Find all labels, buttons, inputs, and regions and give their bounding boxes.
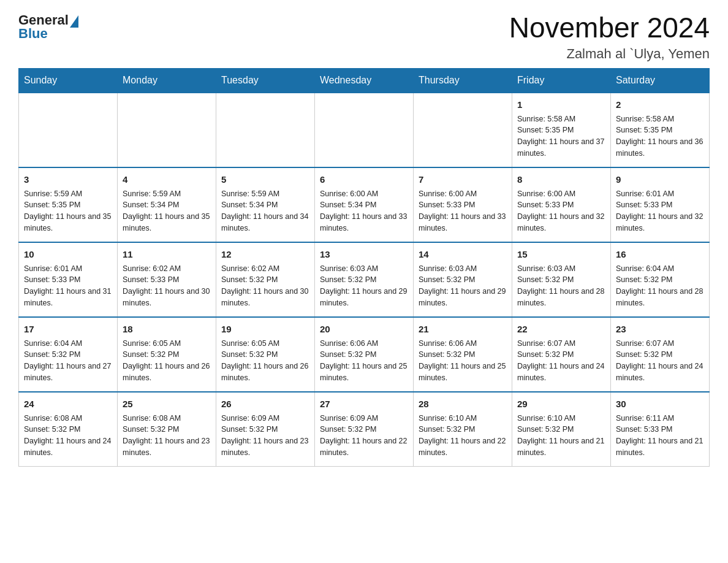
day-info: Sunrise: 6:05 AMSunset: 5:32 PMDaylight:… — [221, 338, 309, 384]
day-number: 28 — [419, 397, 507, 410]
day-info: Sunrise: 6:01 AMSunset: 5:33 PMDaylight:… — [616, 188, 704, 234]
page-header: General Blue November 2024 Zalmah al `Ul… — [18, 12, 710, 62]
day-cell: 14Sunrise: 6:03 AMSunset: 5:32 PMDayligh… — [414, 242, 512, 317]
calendar-header-row: SundayMondayTuesdayWednesdayThursdayFrid… — [19, 68, 710, 93]
day-number: 19 — [221, 323, 309, 335]
day-cell: 1Sunrise: 5:58 AMSunset: 5:35 PMDaylight… — [512, 93, 611, 167]
day-info: Sunrise: 6:04 AMSunset: 5:32 PMDaylight:… — [24, 338, 112, 384]
col-header-friday: Friday — [512, 68, 611, 93]
location-title: Zalmah al `Ulya, Yemen — [509, 46, 710, 62]
day-number: 21 — [419, 323, 507, 335]
day-number: 13 — [320, 248, 408, 261]
day-info: Sunrise: 6:08 AMSunset: 5:32 PMDaylight:… — [123, 413, 211, 459]
day-cell: 4Sunrise: 5:59 AMSunset: 5:34 PMDaylight… — [118, 167, 216, 242]
day-number: 7 — [419, 173, 507, 186]
day-number: 4 — [123, 173, 211, 186]
day-number: 2 — [616, 98, 704, 111]
day-cell: 28Sunrise: 6:10 AMSunset: 5:32 PMDayligh… — [414, 392, 512, 467]
week-row-4: 17Sunrise: 6:04 AMSunset: 5:32 PMDayligh… — [19, 317, 710, 392]
day-number: 1 — [517, 98, 605, 111]
col-header-thursday: Thursday — [414, 68, 512, 93]
day-info: Sunrise: 6:05 AMSunset: 5:32 PMDaylight:… — [123, 338, 211, 384]
day-info: Sunrise: 6:07 AMSunset: 5:32 PMDaylight:… — [517, 338, 605, 384]
day-info: Sunrise: 5:58 AMSunset: 5:35 PMDaylight:… — [517, 113, 605, 159]
day-cell: 11Sunrise: 6:02 AMSunset: 5:33 PMDayligh… — [118, 242, 216, 317]
day-cell: 5Sunrise: 5:59 AMSunset: 5:34 PMDaylight… — [216, 167, 315, 242]
day-cell: 30Sunrise: 6:11 AMSunset: 5:33 PMDayligh… — [611, 392, 710, 467]
day-cell: 21Sunrise: 6:06 AMSunset: 5:32 PMDayligh… — [414, 317, 512, 392]
day-number: 9 — [616, 173, 704, 186]
day-cell: 3Sunrise: 5:59 AMSunset: 5:35 PMDaylight… — [19, 167, 118, 242]
day-cell: 15Sunrise: 6:03 AMSunset: 5:32 PMDayligh… — [512, 242, 611, 317]
logo: General Blue — [18, 12, 78, 42]
day-number: 20 — [320, 323, 408, 335]
day-info: Sunrise: 6:03 AMSunset: 5:32 PMDaylight:… — [517, 263, 605, 309]
day-number: 30 — [616, 397, 704, 410]
calendar-table: SundayMondayTuesdayWednesdayThursdayFrid… — [18, 68, 710, 467]
day-number: 15 — [517, 248, 605, 261]
day-number: 5 — [221, 173, 309, 186]
day-number: 17 — [24, 323, 112, 335]
day-number: 23 — [616, 323, 704, 335]
day-cell: 22Sunrise: 6:07 AMSunset: 5:32 PMDayligh… — [512, 317, 611, 392]
day-info: Sunrise: 5:59 AMSunset: 5:35 PMDaylight:… — [24, 188, 112, 234]
day-number: 3 — [24, 173, 112, 186]
day-cell: 23Sunrise: 6:07 AMSunset: 5:32 PMDayligh… — [611, 317, 710, 392]
day-number: 22 — [517, 323, 605, 335]
day-info: Sunrise: 6:09 AMSunset: 5:32 PMDaylight:… — [320, 413, 408, 459]
day-cell: 18Sunrise: 6:05 AMSunset: 5:32 PMDayligh… — [118, 317, 216, 392]
day-cell: 2Sunrise: 5:58 AMSunset: 5:35 PMDaylight… — [611, 93, 710, 167]
col-header-sunday: Sunday — [19, 68, 118, 93]
day-info: Sunrise: 6:02 AMSunset: 5:33 PMDaylight:… — [123, 263, 211, 309]
day-info: Sunrise: 5:58 AMSunset: 5:35 PMDaylight:… — [616, 113, 704, 159]
day-number: 26 — [221, 397, 309, 410]
day-cell: 6Sunrise: 6:00 AMSunset: 5:34 PMDaylight… — [315, 167, 414, 242]
day-cell: 7Sunrise: 6:00 AMSunset: 5:33 PMDaylight… — [414, 167, 512, 242]
day-info: Sunrise: 5:59 AMSunset: 5:34 PMDaylight:… — [221, 188, 309, 234]
day-cell: 10Sunrise: 6:01 AMSunset: 5:33 PMDayligh… — [19, 242, 118, 317]
day-number: 12 — [221, 248, 309, 261]
col-header-tuesday: Tuesday — [216, 68, 315, 93]
title-block: November 2024 Zalmah al `Ulya, Yemen — [509, 12, 710, 62]
day-number: 18 — [123, 323, 211, 335]
day-info: Sunrise: 6:00 AMSunset: 5:33 PMDaylight:… — [419, 188, 507, 234]
day-info: Sunrise: 6:10 AMSunset: 5:32 PMDaylight:… — [419, 413, 507, 459]
day-cell: 24Sunrise: 6:08 AMSunset: 5:32 PMDayligh… — [19, 392, 118, 467]
day-number: 27 — [320, 397, 408, 410]
week-row-2: 3Sunrise: 5:59 AMSunset: 5:35 PMDaylight… — [19, 167, 710, 242]
day-number: 6 — [320, 173, 408, 186]
day-cell: 27Sunrise: 6:09 AMSunset: 5:32 PMDayligh… — [315, 392, 414, 467]
day-cell — [118, 93, 216, 167]
day-cell: 16Sunrise: 6:04 AMSunset: 5:32 PMDayligh… — [611, 242, 710, 317]
week-row-5: 24Sunrise: 6:08 AMSunset: 5:32 PMDayligh… — [19, 392, 710, 467]
day-info: Sunrise: 6:06 AMSunset: 5:32 PMDaylight:… — [419, 338, 507, 384]
day-info: Sunrise: 6:06 AMSunset: 5:32 PMDaylight:… — [320, 338, 408, 384]
day-number: 16 — [616, 248, 704, 261]
day-info: Sunrise: 6:02 AMSunset: 5:32 PMDaylight:… — [221, 263, 309, 309]
day-number: 29 — [517, 397, 605, 410]
day-cell — [19, 93, 118, 167]
col-header-saturday: Saturday — [611, 68, 710, 93]
logo-blue-text: Blue — [18, 26, 48, 42]
day-cell — [315, 93, 414, 167]
day-cell — [414, 93, 512, 167]
day-number: 14 — [419, 248, 507, 261]
week-row-3: 10Sunrise: 6:01 AMSunset: 5:33 PMDayligh… — [19, 242, 710, 317]
day-info: Sunrise: 6:00 AMSunset: 5:34 PMDaylight:… — [320, 188, 408, 234]
day-cell: 17Sunrise: 6:04 AMSunset: 5:32 PMDayligh… — [19, 317, 118, 392]
day-cell: 8Sunrise: 6:00 AMSunset: 5:33 PMDaylight… — [512, 167, 611, 242]
day-number: 25 — [123, 397, 211, 410]
day-info: Sunrise: 6:00 AMSunset: 5:33 PMDaylight:… — [517, 188, 605, 234]
day-number: 10 — [24, 248, 112, 261]
day-info: Sunrise: 6:03 AMSunset: 5:32 PMDaylight:… — [419, 263, 507, 309]
day-info: Sunrise: 6:10 AMSunset: 5:32 PMDaylight:… — [517, 413, 605, 459]
day-number: 24 — [24, 397, 112, 410]
day-info: Sunrise: 6:09 AMSunset: 5:32 PMDaylight:… — [221, 413, 309, 459]
day-cell — [216, 93, 315, 167]
day-cell: 29Sunrise: 6:10 AMSunset: 5:32 PMDayligh… — [512, 392, 611, 467]
day-cell: 19Sunrise: 6:05 AMSunset: 5:32 PMDayligh… — [216, 317, 315, 392]
day-info: Sunrise: 6:08 AMSunset: 5:32 PMDaylight:… — [24, 413, 112, 459]
day-info: Sunrise: 6:04 AMSunset: 5:32 PMDaylight:… — [616, 263, 704, 309]
day-info: Sunrise: 6:11 AMSunset: 5:33 PMDaylight:… — [616, 413, 704, 459]
col-header-wednesday: Wednesday — [315, 68, 414, 93]
